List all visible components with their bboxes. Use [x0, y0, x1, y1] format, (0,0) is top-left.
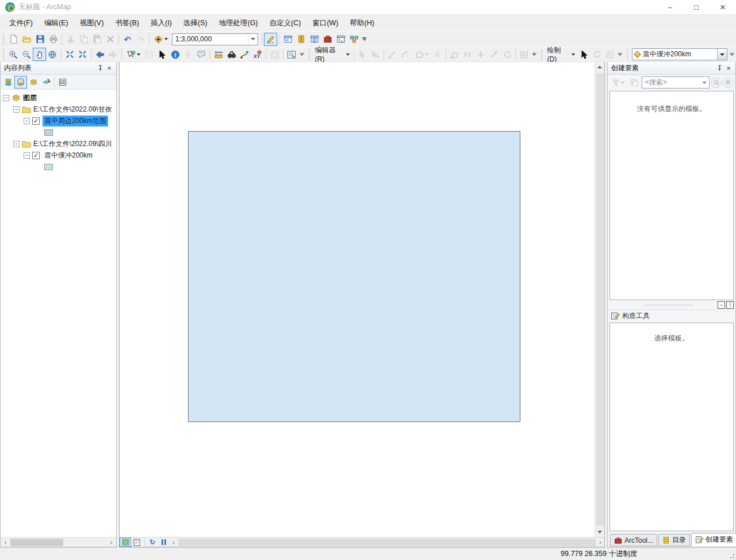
scroll-thumb[interactable] — [596, 73, 604, 526]
scale-dropdown-icon[interactable] — [248, 34, 258, 45]
toolbar-overflow-icon[interactable] — [618, 53, 622, 56]
feature-template-dropdown-icon[interactable] — [717, 49, 727, 60]
layer-symbol-swatch[interactable] — [44, 164, 53, 170]
find-icon[interactable] — [225, 48, 238, 61]
collapse-icon[interactable]: − — [3, 95, 9, 101]
select-features-dropdown-caret[interactable] — [137, 53, 140, 56]
toolbar-grip[interactable] — [626, 49, 630, 60]
toc-symbol-row[interactable] — [3, 161, 116, 172]
rotate-feature-icon[interactable] — [487, 48, 500, 61]
menu-help[interactable]: 帮助(H) — [344, 16, 380, 30]
hyperlink-icon[interactable] — [182, 48, 195, 61]
select-features-icon[interactable] — [124, 48, 143, 61]
draw-menu-caret[interactable] — [572, 53, 575, 56]
reshape-icon[interactable] — [448, 48, 461, 61]
time-slider-icon[interactable] — [268, 48, 281, 61]
list-by-source-icon[interactable] — [14, 76, 27, 89]
open-folder-icon[interactable] — [20, 33, 33, 46]
tab-catalog-label[interactable]: 目录 — [672, 535, 686, 545]
toolbar-grip[interactable] — [308, 49, 312, 60]
toc-symbol-row[interactable] — [3, 126, 116, 138]
collapse-icon[interactable]: − — [24, 118, 30, 124]
save-icon[interactable] — [33, 33, 47, 46]
menu-windows[interactable]: 窗口(W) — [306, 16, 344, 30]
close-button[interactable]: × — [710, 0, 736, 14]
map-vertical-scrollbar[interactable] — [595, 62, 604, 537]
filter-templates-icon[interactable] — [610, 76, 627, 89]
toc-root-row[interactable]: − 图层 — [3, 92, 116, 103]
pause-drawing-icon[interactable] — [158, 538, 170, 547]
toolbar-overflow-icon[interactable] — [532, 53, 536, 56]
scroll-right-icon[interactable]: › — [106, 538, 116, 547]
go-forward-extent-icon[interactable] — [106, 48, 120, 61]
scroll-up-icon[interactable] — [597, 66, 602, 68]
paste-icon[interactable] — [90, 33, 103, 46]
toc-options-icon[interactable] — [56, 76, 69, 89]
python-window-icon[interactable] — [334, 33, 347, 46]
scroll-thumb[interactable] — [10, 539, 63, 546]
data-view-icon[interactable] — [120, 538, 131, 547]
redo-icon[interactable]: ↷ — [134, 33, 147, 46]
rotate-element-icon[interactable] — [590, 48, 603, 61]
undo-icon[interactable]: ↶ — [121, 33, 134, 46]
go-back-extent-icon[interactable] — [93, 48, 106, 61]
find-route-icon[interactable] — [238, 48, 251, 61]
clear-search-icon[interactable] — [723, 77, 734, 88]
arctoolbox-window-icon[interactable] — [321, 33, 334, 46]
pan-icon[interactable] — [33, 48, 46, 61]
layout-view-icon[interactable] — [131, 538, 143, 547]
polygon-sketch-icon[interactable] — [412, 48, 431, 61]
midpoint-icon[interactable] — [474, 48, 488, 61]
toc-group-label[interactable]: E:\工作文件\2022.09\甘孜 — [33, 105, 112, 114]
collapse-icon[interactable]: − — [24, 152, 30, 159]
toolbar-overflow-icon[interactable] — [300, 53, 304, 56]
layer-visibility-checkbox[interactable]: ✓ — [32, 117, 40, 125]
viewer-window-icon[interactable] — [285, 48, 298, 61]
copy-icon[interactable] — [77, 33, 90, 46]
feature-rotate2-icon[interactable] — [500, 48, 513, 61]
layer-name-selected[interactable]: 震中周边200km范围 — [43, 116, 108, 126]
draw-select-elements-icon[interactable] — [577, 48, 591, 61]
pin-icon[interactable] — [95, 64, 105, 73]
scroll-left-icon[interactable]: ‹ — [170, 538, 178, 547]
editor-menu-label[interactable]: 编辑器(R) — [315, 45, 345, 63]
search-icon[interactable] — [711, 77, 722, 88]
edit-tool-icon[interactable] — [356, 48, 369, 61]
editor-toolbar-toggle-icon[interactable] — [264, 33, 277, 46]
draw-menu[interactable]: 绘制(D) — [545, 48, 577, 61]
toc-group-label[interactable]: E:\工作文件\2022.09\四川 — [33, 139, 112, 149]
scroll-down-icon[interactable] — [597, 531, 602, 534]
construction-tools-splitter[interactable]: ⌄ ❘ — [608, 301, 735, 309]
feature-template-combo[interactable]: 震中缓冲200km — [632, 48, 727, 60]
template-search-input[interactable]: <搜索> — [642, 76, 710, 89]
maximize-button[interactable]: □ — [683, 0, 710, 14]
toc-layer-row[interactable]: − ✓ 震中缓冲200km — [3, 149, 116, 161]
scroll-left-icon[interactable]: ‹ — [1, 538, 10, 547]
tab-arctoolbox[interactable]: ArcTool... — [610, 534, 657, 546]
organize-templates-icon[interactable] — [628, 76, 641, 89]
minimize-button[interactable]: – — [657, 0, 683, 14]
menu-geoprocessing[interactable]: 地理处理(G) — [213, 16, 263, 30]
list-by-visibility-icon[interactable] — [27, 76, 40, 89]
cut-icon[interactable] — [64, 33, 77, 46]
toolbar-grip[interactable] — [2, 34, 6, 44]
go-to-xy-icon[interactable]: XY — [251, 48, 264, 61]
menu-bookmarks[interactable]: 书签(B) — [109, 16, 145, 30]
map-canvas[interactable] — [120, 62, 604, 537]
toc-horizontal-scrollbar[interactable]: ‹ › — [1, 537, 116, 547]
fixed-zoom-out-icon[interactable] — [76, 48, 90, 61]
map-scale-combo[interactable]: 1:3,000,000 — [172, 33, 258, 45]
search-window-icon[interactable] — [308, 33, 321, 46]
menu-selection[interactable]: 选择(S) — [178, 16, 213, 30]
layer-name[interactable]: 震中缓冲200km — [43, 150, 94, 161]
map-scale-value[interactable]: 1:3,000,000 — [172, 35, 248, 43]
edit-annotation-tool-icon[interactable]: A — [369, 48, 382, 61]
menu-insert[interactable]: 插入(I) — [145, 16, 178, 30]
print-icon[interactable] — [47, 33, 60, 46]
menu-view[interactable]: 视图(V) — [74, 16, 110, 30]
refresh-icon[interactable]: ↻ — [147, 538, 158, 547]
menu-file[interactable]: 文件(F) — [3, 16, 39, 30]
delete-icon[interactable] — [103, 33, 117, 46]
identify-icon[interactable]: i — [168, 48, 182, 61]
feature-template-value[interactable]: 震中缓冲200km — [643, 49, 717, 59]
